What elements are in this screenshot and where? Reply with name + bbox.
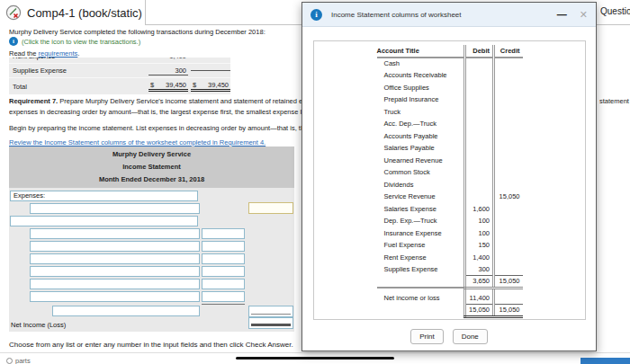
debit-total: $39,450 — [148, 81, 188, 92]
begin-instruction: Begin by preparing the income statement.… — [9, 124, 303, 132]
section-label-field[interactable] — [10, 216, 198, 226]
worksheet-table-body: CashAccounts ReceivableOffice SuppliesPr… — [377, 58, 523, 317]
account-cell: Prepaid Insurance — [377, 93, 465, 106]
credit-cell — [494, 69, 523, 82]
revenue-amount-field[interactable] — [248, 202, 293, 214]
worksheet-table: Account Title Debit Credit CashAccounts … — [377, 45, 523, 318]
expense-amount-field[interactable] — [202, 241, 245, 252]
account-cell: Dividends — [377, 179, 465, 191]
expense-item-field[interactable] — [30, 228, 200, 239]
read-post: . — [77, 49, 79, 58]
debit-cell: 150 — [465, 239, 494, 252]
account-cell: Net income or loss — [377, 292, 465, 305]
credit-cell — [494, 292, 523, 305]
expense-total-rule — [202, 304, 245, 305]
review-worksheet-link[interactable]: Review the Income Statement columns of t… — [9, 138, 266, 146]
credit-cell — [494, 118, 523, 130]
credit-cell — [494, 58, 523, 70]
single-rule — [251, 314, 291, 315]
total-expenses-amount-field[interactable] — [248, 306, 293, 317]
question-tab[interactable]: Comp4-1 (book/static) — [0, 0, 146, 25]
worksheet-row: Net income or loss11,400 — [377, 292, 523, 305]
net-income-label: Net Income (Loss) — [11, 321, 66, 329]
expense-item-field[interactable] — [30, 266, 200, 277]
done-button[interactable]: Done — [453, 329, 488, 344]
worksheet-row: Office Supplies — [377, 82, 523, 94]
debit-total-value: 39,450 — [166, 81, 186, 89]
credit-total: $39,450 — [191, 81, 230, 92]
expense-item-field[interactable] — [30, 291, 200, 302]
total-expenses-label-field[interactable] — [52, 306, 200, 316]
requirements-link[interactable]: requirements — [39, 49, 78, 58]
account-cell: Office Supplies — [377, 82, 465, 94]
expenses-row-field[interactable]: Expenses: — [10, 191, 198, 201]
expense-amount-field[interactable] — [202, 228, 245, 239]
expense-amount-field[interactable] — [202, 279, 245, 289]
account-cell: Fuel Expense — [377, 239, 465, 252]
clipped-table-row: Rent Expense 1,400 — [9, 58, 230, 64]
modal-title: Income Statement columns of worksheet — [331, 11, 548, 19]
dollar-sign: $ — [193, 81, 196, 89]
credit-cell — [494, 82, 523, 94]
requirement7-line2: expenses in decreasing order by amount—t… — [9, 108, 303, 116]
clipped-row-label: Rent Expense — [9, 58, 148, 60]
credit-cell: 15,050 — [494, 276, 523, 289]
account-cell: Dep. Exp.—Truck — [377, 215, 465, 227]
credit-cell — [494, 155, 523, 167]
worksheet-row: Acc. Dep.—Truck — [377, 118, 523, 130]
worksheet-table-container: Account Title Debit Credit CashAccounts … — [313, 40, 586, 320]
check-answer-button-fragment[interactable] — [580, 358, 630, 364]
expense-item-field[interactable] — [30, 241, 200, 252]
transactions-note-row: i (Click the icon to view the transactio… — [9, 37, 140, 46]
print-button[interactable]: Print — [410, 329, 443, 344]
worksheet-row: Fuel Expense150 — [377, 239, 523, 252]
close-icon[interactable]: ✕ — [580, 10, 588, 19]
footer-instruction: Choose from any list or enter any number… — [9, 341, 293, 349]
parts-indicator: parts — [6, 357, 31, 364]
expense-amount-field[interactable] — [202, 253, 245, 264]
credit-cell — [494, 142, 523, 155]
account-cell: Insurance Expense — [377, 227, 465, 240]
net-income-amount-field[interactable] — [248, 317, 293, 329]
worksheet-modal: i Income Statement columns of worksheet … — [302, 2, 597, 351]
debit-cell: 300 — [465, 263, 494, 276]
debit-cell — [465, 142, 494, 155]
total-row: Total $39,450 $39,450 — [9, 78, 230, 94]
account-cell: Salaries Payable — [377, 142, 465, 155]
worksheet-row: Accounts Payable — [377, 130, 523, 143]
account-cell: Cash — [377, 58, 465, 70]
debit-cell — [465, 58, 494, 70]
credit-cell — [494, 179, 523, 191]
credit-cell — [494, 106, 523, 119]
requirement7-label: Requirement 7. — [9, 97, 58, 105]
worksheet-row: Supplies Expense300 — [377, 263, 523, 276]
worksheet-row: Unearned Revenue — [377, 155, 523, 167]
parts-label: parts — [15, 357, 31, 364]
credit-cell — [494, 130, 523, 143]
table-row: Supplies Expense 300 — [9, 64, 230, 78]
account-cell — [377, 305, 465, 317]
horizontal-scrollbar-thumb[interactable] — [236, 357, 394, 360]
expense-amount-field[interactable] — [202, 266, 245, 277]
worksheet-row: Dep. Exp.—Truck100 — [377, 215, 523, 227]
worksheet-row: Salaries Expense1,600 — [377, 203, 523, 216]
debit-cell — [465, 82, 494, 94]
credit-cell — [494, 203, 523, 216]
expense-item-field[interactable] — [30, 253, 200, 264]
worksheet-header-row: Account Title Debit Credit — [377, 45, 523, 58]
worksheet-row: Cash — [377, 58, 523, 70]
debit-cell: 1,600 — [465, 203, 494, 216]
expense-amount-field[interactable] — [202, 291, 245, 302]
company-name: Murphy Delivery Service — [9, 148, 294, 161]
minimize-icon[interactable]: — — [557, 10, 567, 19]
info-icon[interactable]: i — [9, 37, 18, 46]
income-statement-form: Murphy Delivery Service Income Statement… — [9, 146, 294, 332]
supplies-expense-debit: 300 — [148, 67, 188, 75]
credit-cell — [494, 252, 523, 264]
line-item-field[interactable] — [30, 203, 200, 214]
expense-item-field[interactable] — [30, 279, 200, 289]
worksheet-row: Common Stock — [377, 166, 523, 179]
debit-cell — [465, 106, 494, 119]
supplies-expense-label: Supplies Expense — [9, 67, 148, 75]
column-header-credit: Credit — [494, 45, 523, 58]
